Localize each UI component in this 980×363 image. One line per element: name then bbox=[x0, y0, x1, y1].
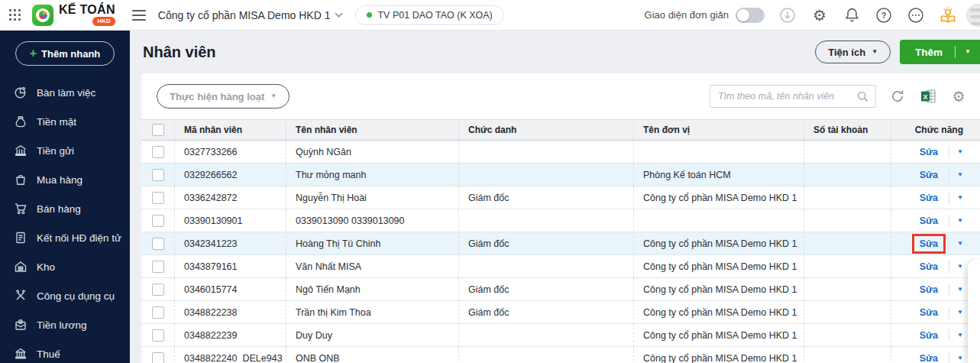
add-button[interactable]: Thêm ▼ bbox=[900, 40, 980, 64]
search-input[interactable] bbox=[718, 91, 856, 102]
apps-grid-icon[interactable] bbox=[9, 9, 21, 21]
status-dot-icon bbox=[367, 12, 372, 18]
batch-actions-button[interactable]: Thực hiện hàng loạt ▼ bbox=[157, 84, 289, 109]
floating-widget-edge[interactable] bbox=[968, 260, 980, 363]
row-dropdown-icon[interactable]: ▼ bbox=[957, 241, 963, 247]
help-icon[interactable]: ? bbox=[875, 6, 893, 24]
col-header-unit[interactable]: Tên đơn vị bbox=[634, 120, 804, 140]
table-header-row: Mã nhân viên Tên nhân viên Chức danh Tên… bbox=[141, 119, 980, 141]
cell-title: Giám đốc bbox=[459, 232, 634, 254]
edit-link[interactable]: Sửa bbox=[918, 261, 940, 272]
sidebar-item-8[interactable]: Tiền lương bbox=[0, 310, 130, 339]
table-row[interactable]: 0327733266 Quỳnh NGân Sửa ▼ bbox=[141, 141, 980, 164]
settings-icon[interactable]: ⚙ bbox=[810, 6, 829, 24]
more-icon[interactable] bbox=[907, 6, 925, 24]
action-divider bbox=[949, 146, 949, 158]
row-checkbox[interactable] bbox=[152, 238, 164, 250]
list-card: Thực hiện hàng loạt ▼ X ⚙ bbox=[141, 73, 980, 363]
row-dropdown-icon[interactable]: ▼ bbox=[957, 218, 963, 224]
edit-link[interactable]: Sửa bbox=[918, 147, 940, 157]
sidebar-item-label: Tiền gửi bbox=[37, 145, 74, 157]
cell-account bbox=[804, 232, 891, 254]
table-row[interactable]: 0342341223 Hoàng Thị Tú Chinh Giám đốc C… bbox=[141, 232, 980, 255]
simple-ui-toggle[interactable] bbox=[736, 8, 765, 23]
row-checkbox[interactable] bbox=[152, 306, 164, 319]
col-header-title[interactable]: Chức danh bbox=[459, 120, 634, 140]
row-dropdown-icon[interactable]: ▼ bbox=[957, 149, 963, 155]
row-dropdown-icon[interactable]: ▼ bbox=[957, 310, 963, 316]
edit-link[interactable]: Sửa bbox=[918, 284, 940, 295]
sidebar-item-9[interactable]: Thuế bbox=[0, 339, 130, 363]
action-divider bbox=[949, 352, 949, 363]
sidebar-item-5[interactable]: Kết nối HĐ điện tử bbox=[0, 223, 130, 252]
table-row[interactable]: 03390130901 0339013090 0339013090 Sửa ▼ bbox=[141, 209, 980, 232]
sidebar-item-6[interactable]: Kho bbox=[0, 252, 130, 281]
excel-export-icon[interactable]: X bbox=[919, 87, 937, 105]
refresh-icon[interactable] bbox=[888, 87, 907, 105]
edit-link[interactable]: Sửa bbox=[918, 330, 940, 341]
col-header-code[interactable]: Mã nhân viên bbox=[175, 120, 286, 140]
row-dropdown-icon[interactable]: ▼ bbox=[957, 287, 963, 293]
table-row[interactable]: 0346015774 Ngô Tiến Mạnh Giám đốc Công t… bbox=[141, 278, 980, 301]
table-row[interactable]: 0343879161 Văn Nhất MISA Công ty cổ phần… bbox=[141, 255, 980, 278]
row-dropdown-icon[interactable]: ▼ bbox=[957, 195, 963, 201]
table-row[interactable]: 0348822238 Trần thị Kim Thoa Giám đốc Cô… bbox=[141, 301, 980, 324]
sidebar-item-1[interactable]: Tiền mặt bbox=[0, 107, 130, 136]
table-row[interactable]: 0348822239 Duy Duy Công ty cổ phần MISA … bbox=[141, 324, 980, 347]
sidebar-item-0[interactable]: Bàn làm việc bbox=[0, 78, 130, 107]
cell-account bbox=[804, 186, 891, 209]
row-dropdown-icon[interactable]: ▼ bbox=[957, 264, 963, 270]
table-row[interactable]: 0336242872 Nguyễn Thị Hoài Giám đốc Công… bbox=[141, 186, 980, 209]
plus-icon: + bbox=[30, 47, 37, 60]
table-row[interactable]: 0329266562 Thư mỏng manh Phòng Kế toán H… bbox=[141, 164, 980, 186]
cell-account bbox=[804, 347, 891, 363]
select-all-checkbox[interactable] bbox=[152, 124, 164, 136]
cell-unit bbox=[634, 209, 804, 232]
sidebar-item-2[interactable]: Tiền gửi bbox=[0, 136, 130, 165]
dashboard-icon bbox=[14, 86, 27, 99]
row-checkbox[interactable] bbox=[152, 146, 164, 158]
add-dropdown-toggle[interactable]: ▼ bbox=[956, 49, 980, 55]
table-body: 0327733266 Quỳnh NGân Sửa ▼ 0329266562 T… bbox=[141, 141, 980, 363]
row-checkbox[interactable] bbox=[152, 329, 164, 342]
cell-name: Nguyễn Thị Hoài bbox=[286, 186, 459, 209]
company-selector[interactable]: Công ty cổ phần MISA Demo HKD 1 bbox=[158, 9, 342, 21]
chevron-down-icon: ▼ bbox=[965, 49, 971, 55]
sidebar-item-label: Tiền mặt bbox=[37, 116, 76, 128]
edit-link[interactable]: Sửa bbox=[918, 353, 940, 363]
row-dropdown-icon[interactable]: ▼ bbox=[957, 355, 963, 361]
quick-add-button[interactable]: + Thêm nhanh bbox=[15, 41, 115, 66]
col-header-name[interactable]: Tên nhân viên bbox=[286, 120, 459, 140]
row-checkbox[interactable] bbox=[152, 261, 164, 273]
edit-link[interactable]: Sửa bbox=[918, 193, 940, 203]
sidebar: + Thêm nhanh Bàn làm việcTiền mặtTiền gử… bbox=[0, 31, 130, 363]
edit-wrap: Sửa bbox=[918, 170, 940, 180]
row-checkbox[interactable] bbox=[152, 215, 164, 227]
edit-link[interactable]: Sửa bbox=[918, 238, 940, 249]
download-icon[interactable] bbox=[778, 6, 797, 24]
notifications-icon[interactable] bbox=[843, 6, 861, 24]
menu-toggle-icon[interactable] bbox=[132, 10, 146, 21]
table-settings-icon[interactable]: ⚙ bbox=[949, 87, 968, 105]
idea-icon[interactable] bbox=[939, 6, 957, 24]
row-checkbox[interactable] bbox=[152, 192, 164, 204]
table-row[interactable]: 0348822240_DELe943 ONB ONB Công ty cổ ph… bbox=[141, 347, 980, 363]
cell-account bbox=[804, 141, 891, 163]
search-icon[interactable] bbox=[856, 90, 869, 103]
edit-link[interactable]: Sửa bbox=[918, 216, 940, 226]
page-title: Nhân viên bbox=[143, 44, 216, 61]
sidebar-item-3[interactable]: Mua hàng bbox=[0, 165, 130, 194]
edit-link[interactable]: Sửa bbox=[918, 307, 940, 318]
utilities-button[interactable]: Tiện ích ▼ bbox=[815, 41, 891, 63]
row-checkbox[interactable] bbox=[152, 352, 164, 363]
workspace-pill[interactable]: TV P01 DAO TAO (K XOA) bbox=[355, 5, 503, 25]
col-header-account[interactable]: Số tài khoản bbox=[804, 120, 891, 140]
sidebar-item-7[interactable]: Công cụ dụng cụ bbox=[0, 281, 130, 310]
row-checkbox[interactable] bbox=[152, 284, 164, 296]
warehouse-icon bbox=[14, 260, 27, 274]
row-dropdown-icon[interactable]: ▼ bbox=[957, 332, 963, 339]
sidebar-item-4[interactable]: Bán hàng bbox=[0, 194, 130, 223]
edit-link[interactable]: Sửa bbox=[918, 170, 940, 180]
row-checkbox[interactable] bbox=[152, 169, 164, 181]
row-dropdown-icon[interactable]: ▼ bbox=[957, 172, 963, 178]
